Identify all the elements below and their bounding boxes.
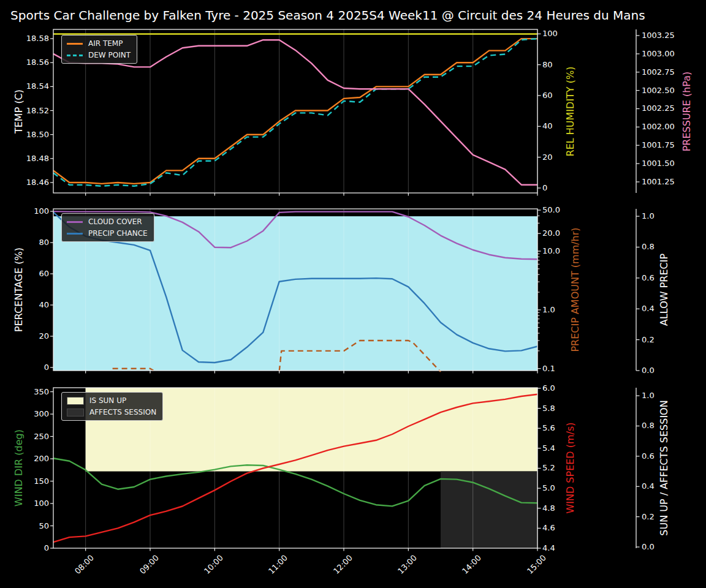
precip-amount-mm-hr-axis-title: PRECIP AMOUNT (mm/hr) (569, 227, 581, 352)
is-sun-up-swatch (67, 397, 84, 405)
tick-label: 0.0 (642, 366, 655, 375)
tick-label: 40 (0, 300, 49, 310)
tick-label: 10.0 (542, 246, 560, 256)
legend-chart-3: IS SUN UPAFFECTS SESSION (61, 392, 163, 421)
wind-speed-m-s-axis-title: WIND SPEED (m/s) (564, 422, 576, 513)
tick-label: 5.4 (542, 443, 555, 453)
legend-chart-2: CLOUD COVERPRECIP CHANCE (61, 213, 154, 242)
tick-label: 100 (0, 206, 49, 216)
tick-label: 100 (542, 29, 558, 39)
tick-label: 18.54 (0, 81, 49, 91)
tick-label: 0.6 (642, 273, 655, 283)
tick-label: 1.0 (642, 391, 655, 401)
tick-label: 18.58 (0, 34, 49, 43)
tick-label: 1003.00 (642, 49, 675, 59)
tick-label: 350 (0, 387, 49, 397)
tick-label: 250 (0, 432, 49, 442)
tick-label: 0.8 (642, 421, 655, 431)
tick-label: 6.0 (542, 383, 555, 393)
affects-session-swatch (67, 409, 84, 417)
allow-precip-axis-title: ALLOW PRECIP (658, 254, 670, 326)
legend-label: DEW POINT (88, 51, 131, 59)
tick-label: 18.48 (0, 154, 49, 164)
plots-canvas (0, 0, 706, 588)
tick-label: 1.0 (642, 211, 655, 221)
legend-entry-cloud-cover: CLOUD COVER (67, 217, 148, 226)
tick-label: 80 (0, 238, 49, 247)
air-temp-swatch (67, 43, 83, 45)
tick-label: 100 (0, 499, 49, 508)
tick-label: 0 (0, 543, 49, 553)
legend-label: PRECIP CHANCE (88, 229, 148, 238)
tick-label: 18.52 (0, 106, 49, 116)
tick-label: 300 (0, 409, 49, 419)
tick-label: 1002.00 (642, 122, 675, 132)
legend-label: AFFECTS SESSION (89, 408, 156, 417)
tick-label: 5.6 (542, 423, 555, 433)
tick-label: 0.2 (642, 335, 655, 345)
tick-label: 4.6 (542, 523, 555, 533)
tick-label: 60 (542, 91, 553, 100)
legend-label: IS SUN UP (89, 396, 126, 405)
tick-label: 4.4 (542, 543, 555, 553)
tick-label: 20.0 (542, 228, 560, 238)
tick-label: 60 (0, 269, 49, 279)
legend-entry-air-temp: AIR TEMP (67, 39, 131, 48)
tick-label: 50.0 (542, 205, 560, 215)
legend-entry-is-sun-up: IS SUN UP (67, 396, 156, 405)
tick-label: 0 (542, 183, 547, 193)
tick-label: 200 (0, 454, 49, 464)
tick-label: 5.0 (542, 483, 555, 493)
tick-label: 80 (542, 60, 553, 70)
tick-label: 0.1 (542, 364, 555, 374)
legend-chart-1: AIR TEMPDEW POINT (61, 35, 137, 64)
tick-label: 4.8 (542, 503, 555, 513)
legend-label: AIR TEMP (88, 39, 123, 48)
legend-label: CLOUD COVER (88, 217, 142, 226)
affects-session-fill (441, 472, 537, 548)
wind-dir-deg-axis-title: WIND DIR (deg) (13, 429, 25, 507)
tick-label: 0.2 (642, 512, 655, 522)
weather-forecast-figure: Sports Car Challenge by Falken Tyre - 20… (0, 0, 706, 588)
tick-label: 1001.75 (642, 140, 675, 150)
tick-label: 1001.25 (642, 177, 675, 187)
percentage-axis-title: PERCENTAGE (%) (13, 247, 25, 332)
tick-label: 18.56 (0, 58, 49, 67)
tick-label: 1003.25 (642, 31, 675, 40)
tick-label: 1.0 (542, 305, 555, 315)
tick-label: 0.6 (642, 451, 655, 461)
legend-entry-precip-chance: PRECIP CHANCE (67, 229, 148, 238)
tick-label: 0.0 (642, 542, 655, 552)
precip-chance-swatch (67, 233, 83, 235)
tick-label: 20 (0, 331, 49, 341)
tick-label: 5.8 (542, 404, 555, 413)
tick-label: 50 (0, 521, 49, 531)
tick-label: 5.2 (542, 463, 555, 473)
tick-label: 1002.75 (642, 67, 675, 77)
tick-label: 1001.50 (642, 159, 675, 168)
tick-label: 150 (0, 477, 49, 486)
pressure-hpa-axis-title: PRESSURE (hPa) (681, 71, 693, 151)
tick-label: 0.4 (642, 304, 655, 314)
tick-label: 18.50 (0, 130, 49, 140)
tick-label: 40 (542, 121, 553, 131)
legend-entry-dew-point: DEW POINT (67, 51, 131, 59)
tick-label: 0.8 (642, 242, 655, 252)
temp-c-axis-title: TEMP (C) (13, 89, 25, 133)
rel-humidity-axis-title: REL HUMIDITY (%) (564, 66, 576, 156)
sun-up-affects-session-axis-title: SUN UP / AFFECTS SESSION (658, 400, 670, 535)
tick-label: 18.46 (0, 178, 49, 187)
tick-label: 0.4 (642, 481, 655, 491)
dew-point-swatch (67, 55, 83, 56)
tick-label: 20 (542, 153, 553, 162)
tick-label: 1002.50 (642, 86, 675, 96)
cloud-cover-swatch (67, 221, 83, 223)
legend-entry-affects-session: AFFECTS SESSION (67, 408, 156, 417)
tick-label: 1002.25 (642, 104, 675, 113)
tick-label: 0 (0, 363, 49, 372)
